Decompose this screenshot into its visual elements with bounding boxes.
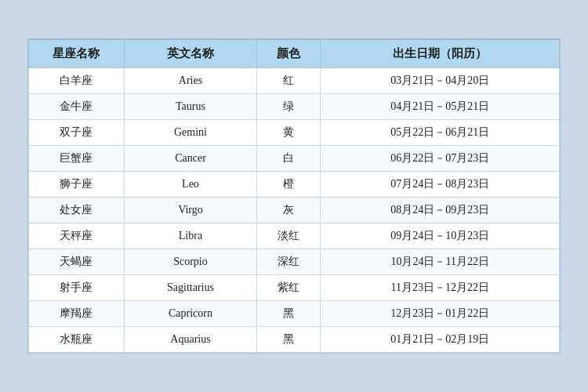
cell-english: Libra <box>124 223 256 249</box>
cell-english: Leo <box>124 172 256 198</box>
cell-color: 黑 <box>257 301 321 327</box>
cell-date: 08月24日－09月23日 <box>321 198 560 223</box>
cell-english: Taurus <box>124 94 256 120</box>
cell-color: 白 <box>257 146 321 172</box>
cell-date: 06月22日－07月23日 <box>321 146 560 172</box>
cell-english: Scorpio <box>124 249 256 275</box>
cell-color: 黄 <box>257 120 321 146</box>
header-chinese: 星座名称 <box>29 40 125 68</box>
table-row: 水瓶座Aquarius黑01月21日－02月19日 <box>29 327 560 353</box>
cell-chinese: 白羊座 <box>29 68 125 94</box>
cell-english: Gemini <box>124 120 256 146</box>
cell-color: 深红 <box>257 249 321 275</box>
table-row: 巨蟹座Cancer白06月22日－07月23日 <box>29 146 560 172</box>
cell-color: 紫红 <box>257 275 321 301</box>
cell-english: Virgo <box>124 198 256 223</box>
cell-chinese: 双子座 <box>29 120 125 146</box>
cell-chinese: 天秤座 <box>29 223 125 249</box>
cell-chinese: 巨蟹座 <box>29 146 125 172</box>
table-row: 处女座Virgo灰08月24日－09月23日 <box>29 198 560 223</box>
table-row: 白羊座Aries红03月21日－04月20日 <box>29 68 560 94</box>
header-date: 出生日期（阳历） <box>321 40 560 68</box>
cell-date: 09月24日－10月23日 <box>321 223 560 249</box>
cell-chinese: 狮子座 <box>29 172 125 198</box>
cell-chinese: 天蝎座 <box>29 249 125 275</box>
cell-color: 黑 <box>257 327 321 353</box>
header-english: 英文名称 <box>124 40 256 68</box>
cell-color: 淡红 <box>257 223 321 249</box>
cell-chinese: 处女座 <box>29 198 125 223</box>
cell-date: 01月21日－02月19日 <box>321 327 560 353</box>
cell-english: Sagittarius <box>124 275 256 301</box>
cell-color: 灰 <box>257 198 321 223</box>
cell-date: 04月21日－05月21日 <box>321 94 560 120</box>
cell-english: Aquarius <box>124 327 256 353</box>
table-row: 射手座Sagittarius紫红11月23日－12月22日 <box>29 275 560 301</box>
cell-date: 12月23日－01月22日 <box>321 301 560 327</box>
cell-chinese: 摩羯座 <box>29 301 125 327</box>
cell-color: 红 <box>257 68 321 94</box>
cell-date: 05月22日－06月21日 <box>321 120 560 146</box>
table-header-row: 星座名称 英文名称 颜色 出生日期（阳历） <box>29 40 560 68</box>
zodiac-table: 星座名称 英文名称 颜色 出生日期（阳历） 白羊座Aries红03月21日－04… <box>28 39 560 353</box>
table-row: 天蝎座Scorpio深红10月24日－11月22日 <box>29 249 560 275</box>
cell-color: 橙 <box>257 172 321 198</box>
cell-chinese: 射手座 <box>29 275 125 301</box>
cell-english: Aries <box>124 68 256 94</box>
table-row: 双子座Gemini黄05月22日－06月21日 <box>29 120 560 146</box>
cell-date: 10月24日－11月22日 <box>321 249 560 275</box>
header-color: 颜色 <box>257 40 321 68</box>
table-row: 摩羯座Capricorn黑12月23日－01月22日 <box>29 301 560 327</box>
cell-chinese: 金牛座 <box>29 94 125 120</box>
cell-date: 11月23日－12月22日 <box>321 275 560 301</box>
table-row: 天秤座Libra淡红09月24日－10月23日 <box>29 223 560 249</box>
cell-date: 03月21日－04月20日 <box>321 68 560 94</box>
table-row: 狮子座Leo橙07月24日－08月23日 <box>29 172 560 198</box>
cell-english: Capricorn <box>124 301 256 327</box>
cell-color: 绿 <box>257 94 321 120</box>
table-row: 金牛座Taurus绿04月21日－05月21日 <box>29 94 560 120</box>
cell-chinese: 水瓶座 <box>29 327 125 353</box>
table-body: 白羊座Aries红03月21日－04月20日金牛座Taurus绿04月21日－0… <box>29 68 560 353</box>
zodiac-table-container: 星座名称 英文名称 颜色 出生日期（阳历） 白羊座Aries红03月21日－04… <box>27 38 561 354</box>
cell-english: Cancer <box>124 146 256 172</box>
cell-date: 07月24日－08月23日 <box>321 172 560 198</box>
